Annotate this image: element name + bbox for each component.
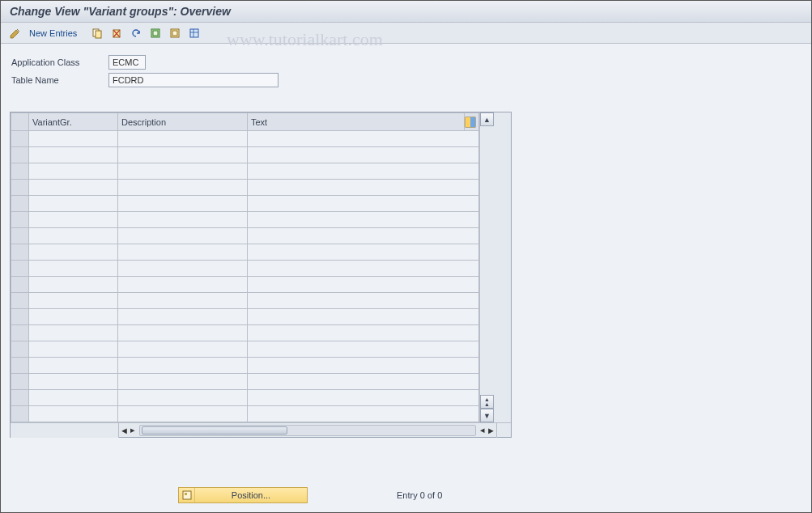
cell-variant[interactable] [29, 131, 118, 147]
cell-variant[interactable] [29, 277, 118, 293]
select-all-icon[interactable] [148, 26, 163, 40]
row-selector[interactable] [11, 325, 29, 341]
cell-description[interactable] [118, 244, 248, 261]
cell-description[interactable] [118, 261, 248, 277]
data-grid[interactable]: VariantGr. Description Text [11, 112, 479, 422]
cell-description[interactable] [118, 163, 248, 180]
vscroll-track[interactable] [480, 126, 494, 395]
scroll-left-step-icon[interactable]: ▸ [130, 425, 135, 435]
cell-text[interactable] [248, 180, 479, 196]
table-row[interactable] [11, 341, 479, 358]
cell-description[interactable] [118, 390, 248, 406]
cell-text[interactable] [248, 163, 479, 180]
scroll-down-dbl-icon[interactable]: ▲▲ [480, 395, 494, 409]
cell-text[interactable] [248, 341, 479, 358]
cell-text[interactable] [248, 390, 479, 406]
table-settings-icon[interactable] [187, 26, 202, 40]
table-row[interactable] [11, 261, 479, 277]
cell-description[interactable] [118, 180, 248, 196]
table-row[interactable] [11, 293, 479, 309]
table-row[interactable] [11, 390, 479, 406]
cell-text[interactable] [248, 261, 479, 277]
cell-variant[interactable] [29, 212, 118, 228]
row-selector[interactable] [11, 163, 29, 180]
table-row[interactable] [11, 244, 479, 261]
hscroll-track[interactable] [139, 425, 476, 436]
cell-text[interactable] [248, 374, 479, 390]
row-selector[interactable] [11, 147, 29, 163]
cell-variant[interactable] [29, 341, 118, 358]
cell-variant[interactable] [29, 309, 118, 325]
row-selector[interactable] [11, 131, 29, 147]
row-selector[interactable] [11, 228, 29, 244]
table-row[interactable] [11, 228, 479, 244]
cell-variant[interactable] [29, 147, 118, 163]
cell-variant[interactable] [29, 390, 118, 406]
row-selector[interactable] [11, 390, 29, 406]
cell-variant[interactable] [29, 406, 118, 422]
table-row[interactable] [11, 406, 479, 422]
undo-icon[interactable] [129, 26, 143, 40]
cell-description[interactable] [118, 406, 248, 422]
column-header-variant[interactable]: VariantGr. [29, 113, 118, 131]
table-row[interactable] [11, 277, 479, 293]
scroll-right-icon[interactable]: ► [487, 426, 495, 435]
table-row[interactable] [11, 212, 479, 228]
table-row[interactable] [11, 358, 479, 374]
toggle-view-icon[interactable] [8, 26, 23, 40]
cell-variant[interactable] [29, 261, 118, 277]
table-row[interactable] [11, 147, 479, 163]
position-button[interactable]: Position... [178, 487, 308, 503]
cell-variant[interactable] [29, 325, 118, 341]
cell-description[interactable] [118, 147, 248, 163]
scroll-right-step-icon[interactable]: ◂ [480, 425, 485, 435]
row-selector[interactable] [11, 244, 29, 261]
row-selector[interactable] [11, 180, 29, 196]
cell-variant[interactable] [29, 163, 118, 180]
cell-text[interactable] [248, 196, 479, 212]
table-row[interactable] [11, 131, 479, 147]
row-selector[interactable] [11, 358, 29, 374]
table-row[interactable] [11, 196, 479, 212]
copy-icon[interactable] [90, 26, 104, 40]
cell-variant[interactable] [29, 196, 118, 212]
cell-variant[interactable] [29, 244, 118, 261]
cell-description[interactable] [118, 277, 248, 293]
cell-description[interactable] [118, 212, 248, 228]
cell-text[interactable] [248, 293, 479, 309]
table-row[interactable] [11, 163, 479, 180]
cell-text[interactable] [248, 277, 479, 293]
row-selector[interactable] [11, 406, 29, 422]
column-header-description[interactable]: Description [118, 113, 248, 131]
row-selector[interactable] [11, 374, 29, 390]
cell-description[interactable] [118, 131, 248, 147]
cell-variant[interactable] [29, 293, 118, 309]
scroll-left-icon[interactable]: ◄ [120, 426, 129, 435]
cell-text[interactable] [248, 147, 479, 163]
cell-text[interactable] [248, 131, 479, 147]
cell-text[interactable] [248, 309, 479, 325]
delete-icon[interactable] [109, 26, 124, 40]
hscroll-thumb[interactable] [142, 426, 287, 435]
cell-text[interactable] [248, 228, 479, 244]
scroll-down-icon[interactable]: ▼ [480, 409, 494, 422]
cell-text[interactable] [248, 406, 479, 422]
table-row[interactable] [11, 309, 479, 325]
table-name-field[interactable] [108, 73, 278, 87]
horizontal-scrollbar[interactable]: ◄ ▸ ◂ ► [11, 422, 511, 437]
scroll-up-icon[interactable]: ▲ [480, 112, 494, 126]
deselect-all-icon[interactable] [168, 26, 182, 40]
row-selector[interactable] [11, 341, 29, 358]
row-selector[interactable] [11, 196, 29, 212]
cell-description[interactable] [118, 325, 248, 341]
cell-variant[interactable] [29, 374, 118, 390]
application-class-field[interactable] [108, 55, 146, 70]
row-selector[interactable] [11, 293, 29, 309]
cell-description[interactable] [118, 293, 248, 309]
row-selector-header[interactable] [11, 113, 29, 131]
cell-variant[interactable] [29, 358, 118, 374]
table-row[interactable] [11, 374, 479, 390]
cell-description[interactable] [118, 374, 248, 390]
cell-description[interactable] [118, 358, 248, 374]
vertical-scrollbar[interactable]: ▲ ▲▲ ▼ [479, 112, 494, 422]
